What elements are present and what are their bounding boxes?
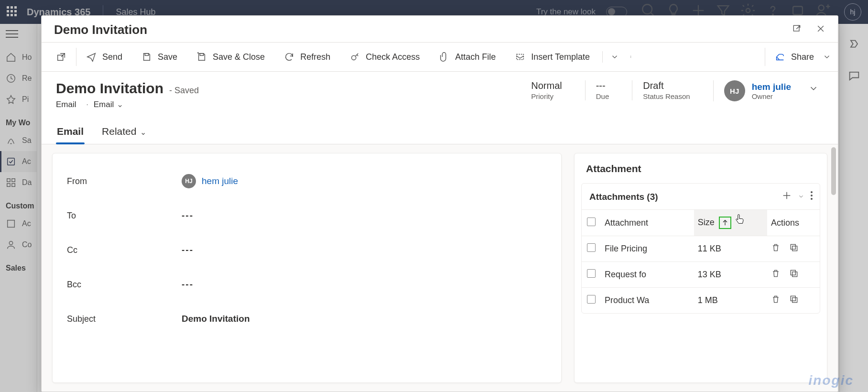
attachment-name: Request fo	[601, 262, 694, 288]
nav-section-sales: Sales	[0, 255, 37, 275]
from-field[interactable]: From HJ hem julie	[67, 164, 547, 198]
entity-label: Email	[56, 100, 76, 109]
col-size[interactable]: Size	[694, 210, 767, 236]
app-launcher-icon[interactable]	[7, 6, 18, 18]
header-owner[interactable]: HJ hem julie Owner	[713, 80, 791, 101]
check-access-button[interactable]: Check Access	[340, 43, 429, 71]
email-form-card: From HJ hem julie To --- Cc --- Bcc --- …	[52, 153, 562, 383]
svg-point-35	[811, 198, 813, 200]
nav-section-customers: Custom	[0, 193, 37, 213]
nav-pinned[interactable]: Pi	[0, 89, 37, 110]
nav-section-mywork: My Wo	[0, 110, 37, 130]
from-avatar: HJ	[182, 174, 196, 188]
delete-icon[interactable]	[771, 270, 781, 280]
tab-email[interactable]: Email	[56, 120, 85, 144]
header-priority[interactable]: Normal Priority	[531, 80, 572, 100]
attachments-table: Attachment Size Actions	[582, 209, 820, 313]
svg-rect-13	[8, 158, 15, 165]
row-checkbox[interactable]	[587, 269, 596, 278]
sort-indicator-icon[interactable]	[719, 217, 731, 229]
nav-activities[interactable]: Ac	[0, 151, 37, 172]
chat-icon[interactable]	[847, 69, 861, 86]
share-button[interactable]: Share	[765, 43, 833, 71]
header-status[interactable]: Draft Status Reason	[632, 80, 700, 100]
save-close-button[interactable]: Save & Close	[187, 43, 274, 71]
subject-field[interactable]: Subject Demo Invitation	[67, 302, 547, 336]
row-checkbox[interactable]	[587, 243, 596, 252]
svg-rect-36	[792, 246, 797, 251]
copy-icon[interactable]	[789, 270, 799, 280]
attach-file-button[interactable]: Attach File	[429, 43, 505, 71]
svg-rect-40	[792, 298, 797, 303]
dialog-title: Demo Invitation	[54, 22, 147, 37]
svg-point-0	[642, 4, 652, 14]
attachment-row[interactable]: Product Wa1 MB	[582, 288, 820, 314]
svg-rect-41	[791, 296, 795, 301]
refresh-button[interactable]: Refresh	[274, 43, 340, 71]
svg-rect-37	[791, 244, 795, 249]
svg-rect-25	[200, 54, 203, 56]
svg-rect-38	[792, 272, 797, 277]
close-icon[interactable]	[816, 25, 825, 35]
user-avatar[interactable]: hj	[844, 3, 861, 21]
svg-point-9	[819, 5, 824, 11]
attachment-name: Product Wa	[601, 288, 694, 314]
nav-home[interactable]: Ho	[0, 47, 37, 68]
record-title: Demo Invitation	[56, 80, 163, 96]
attachment-row[interactable]: Request fo13 KB	[582, 262, 820, 288]
svg-point-19	[9, 241, 12, 245]
scrollbar-thumb[interactable]	[831, 147, 836, 195]
svg-rect-15	[12, 179, 15, 182]
email-record-dialog: Demo Invitation Send Save Save & Close	[41, 15, 838, 392]
command-overflow-more[interactable]	[624, 43, 640, 71]
copy-icon[interactable]	[789, 244, 799, 254]
header-expand-icon[interactable]	[803, 80, 824, 99]
send-button[interactable]: Send	[76, 43, 132, 71]
attachment-size: 1 MB	[694, 288, 767, 314]
command-overflow-chevron[interactable]	[606, 43, 624, 71]
tab-related[interactable]: Related⌄	[101, 120, 147, 144]
nav-dashboards[interactable]: Da	[0, 172, 37, 193]
form-selector[interactable]: Email⌄	[94, 100, 124, 109]
copy-icon[interactable]	[789, 295, 799, 306]
add-attachment-chevron[interactable]	[798, 193, 804, 201]
row-checkbox[interactable]	[587, 295, 596, 304]
attachment-size: 11 KB	[694, 236, 767, 262]
record-saved-state: - Saved	[169, 86, 199, 95]
cc-field[interactable]: Cc ---	[67, 233, 547, 267]
insert-template-button[interactable]: Insert Template	[505, 43, 599, 71]
hamburger-icon[interactable]	[6, 33, 18, 34]
nav-recent[interactable]: Re	[0, 68, 37, 89]
popout-icon[interactable]	[792, 25, 804, 35]
bcc-field[interactable]: Bcc ---	[67, 267, 547, 302]
command-bar: Send Save Save & Close Refresh Check Acc…	[42, 42, 838, 72]
nav-contacts[interactable]: Co	[0, 234, 37, 255]
delete-icon[interactable]	[771, 244, 781, 254]
add-attachment-icon[interactable]	[781, 190, 792, 204]
nav-accounts[interactable]: Ac	[0, 213, 37, 234]
svg-rect-14	[7, 179, 10, 182]
select-all-checkbox[interactable]	[587, 218, 596, 226]
svg-point-26	[352, 55, 356, 60]
copilot-icon[interactable]	[847, 38, 861, 55]
record-tabs: Email Related⌄	[42, 120, 838, 144]
attachment-name: File Pricing	[601, 236, 694, 262]
svg-rect-24	[145, 54, 148, 56]
svg-point-29	[630, 56, 631, 57]
delete-icon[interactable]	[771, 295, 781, 306]
svg-rect-20	[794, 25, 800, 31]
attachment-row[interactable]: File Pricing11 KB	[582, 236, 820, 262]
save-button[interactable]: Save	[132, 43, 187, 71]
to-field[interactable]: To ---	[67, 198, 547, 233]
nav-sales-accel[interactable]: Sa	[0, 130, 37, 151]
svg-rect-6	[793, 7, 803, 15]
attachments-list-title: Attachments (3)	[589, 192, 658, 202]
svg-point-33	[811, 191, 813, 193]
col-attachment[interactable]: Attachment	[601, 210, 694, 236]
col-actions: Actions	[767, 210, 820, 236]
svg-point-4	[746, 9, 750, 13]
popout-button[interactable]	[46, 43, 76, 71]
svg-rect-16	[7, 184, 10, 186]
header-due[interactable]: --- Due	[585, 80, 620, 100]
attachment-more-icon[interactable]	[810, 190, 813, 204]
